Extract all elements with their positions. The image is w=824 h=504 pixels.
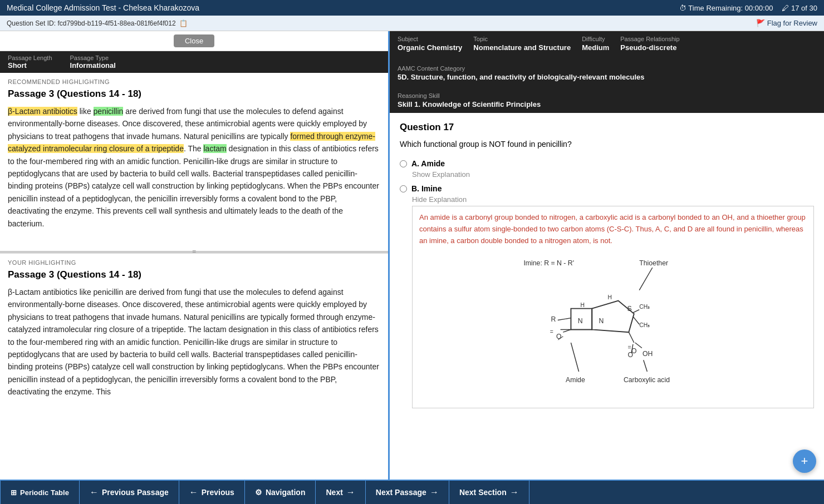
rec-highlight-label: Recommended Highlighting <box>8 78 380 85</box>
qset-id: Question Set ID: fcd799bd-b119-4f51-88ea… <box>7 19 188 27</box>
explanation-b-box: An amide is a carbonyl group bonded to n… <box>412 206 814 408</box>
svg-text:H: H <box>608 294 612 300</box>
svg-line-2 <box>639 268 653 290</box>
right-panel: Subject Organic Chemistry Topic Nomencla… <box>390 31 824 480</box>
svg-line-28 <box>571 343 578 372</box>
time-display: ⏱ Time Remaining: 00:00:00 <box>679 4 773 12</box>
svg-text:=: = <box>627 345 631 351</box>
question-number: Question 17 <box>400 122 814 133</box>
difficulty-label: Difficulty <box>582 36 609 42</box>
option-a: A. Amide Show Explanation <box>400 159 814 179</box>
svg-text:H: H <box>580 302 585 308</box>
passage-type-group: Passage Type Informational <box>70 55 116 70</box>
next-passage-button[interactable]: Next Passage → <box>366 481 449 504</box>
flag-icon: 🚩 <box>756 19 765 27</box>
flag-review[interactable]: 🚩 Flag for Review <box>756 19 817 27</box>
left-arrow-icon: ← <box>189 487 198 497</box>
svg-text:CH₃: CH₃ <box>639 322 650 328</box>
option-a-row[interactable]: A. Amide <box>400 159 814 168</box>
svg-text:N: N <box>599 318 604 325</box>
svg-text:Thioether: Thioether <box>639 260 668 268</box>
previous-button[interactable]: ← Previous <box>179 481 245 504</box>
your-highlight-label: Your Highlighting <box>8 259 380 266</box>
left-panel: Close Passage Length Short Passage Type … <box>0 31 390 480</box>
floating-action-button[interactable]: + <box>793 449 816 473</box>
svg-text:Carboxylic acid: Carboxylic acid <box>624 376 670 384</box>
option-b-radio[interactable] <box>400 185 407 192</box>
topic-col: Topic Nomenclature and Structure <box>473 36 571 52</box>
navigation-button[interactable]: ⚙ Navigation <box>245 481 316 504</box>
topic-label: Topic <box>473 36 571 42</box>
previous-passage-button[interactable]: ← Previous Passage <box>80 481 179 504</box>
passage-rel-label: Passage Relationship <box>620 36 679 42</box>
close-row: Close <box>0 31 388 51</box>
qset-bar: Question Set ID: fcd799bd-b119-4f51-88ea… <box>0 16 824 31</box>
right-arrow-icon: → <box>346 487 355 497</box>
passage-meta-bar: Passage Length Short Passage Type Inform… <box>0 51 388 73</box>
svg-line-12 <box>633 310 639 313</box>
passage-length-label: Passage Length <box>8 55 52 61</box>
difficulty-col: Difficulty Medium <box>582 36 609 52</box>
left-arrow-icon: ← <box>90 487 99 497</box>
table-icon: ⊞ <box>11 488 17 497</box>
svg-line-21 <box>629 333 634 343</box>
top-bar: Medical College Admission Test - Chelsea… <box>0 0 824 16</box>
rec-passage-text: β-Lactam antibiotics like penicillin are… <box>8 105 380 230</box>
top-bar-right: ⏱ Time Remaining: 00:00:00 🖊 17 of 30 <box>679 4 817 12</box>
svg-text:O: O <box>627 351 633 359</box>
svg-text:CH₃: CH₃ <box>639 304 650 310</box>
passage-type-value: Informational <box>70 61 116 70</box>
svg-text:Amide: Amide <box>566 376 585 384</box>
hide-explanation-b[interactable]: Hide Explanation <box>412 195 814 204</box>
your-passage-text: β-Lactam antibiotics like penicillin are… <box>8 286 380 398</box>
subject-col: Subject Organic Chemistry <box>398 36 462 52</box>
next-section-button[interactable]: Next Section → <box>449 481 529 504</box>
chemical-structure: Imine: R = N - R' Thioether N <box>419 246 807 402</box>
option-b: B. Imine Hide Explanation An amide is a … <box>400 184 814 411</box>
rec-passage-title: Passage 3 (Questions 14 - 18) <box>8 88 380 100</box>
next-button[interactable]: Next → <box>316 481 365 504</box>
aamc-value: 5D. Structure, function, and reactivity … <box>398 73 816 81</box>
question-content: Question 17 Which functional group is NO… <box>390 113 824 480</box>
svg-text:=: = <box>550 329 553 335</box>
aamc-label: AAMC Content Category <box>398 65 816 72</box>
svg-text:Imine: R = N - R': Imine: R = N - R' <box>523 260 574 268</box>
highlight-span: lactam <box>203 144 226 153</box>
passage-rel-value: Pseudo-discrete <box>620 43 679 52</box>
svg-text:N: N <box>578 318 583 325</box>
passage-length-group: Passage Length Short <box>8 55 52 70</box>
right-arrow-icon: → <box>430 487 439 497</box>
right-meta-bar: Subject Organic Chemistry Topic Nomencla… <box>390 31 824 113</box>
subject-value: Organic Chemistry <box>398 43 462 52</box>
option-b-label[interactable]: B. Imine <box>411 184 442 193</box>
reasoning-value: Skill 1. Knowledge of Scientific Princip… <box>398 100 816 108</box>
svg-line-30 <box>644 360 648 372</box>
subject-label: Subject <box>398 36 462 42</box>
highlight-span: β-Lactam antibiotics <box>8 107 77 116</box>
option-a-radio[interactable] <box>400 160 407 167</box>
highlight-span: formed through enzyme-catalyzed intramol… <box>8 132 375 153</box>
svg-line-15 <box>558 318 571 320</box>
difficulty-value: Medium <box>582 43 609 52</box>
recommended-highlight-section: Recommended Highlighting Passage 3 (Ques… <box>0 73 388 251</box>
show-explanation-a[interactable]: Show Explanation <box>412 170 814 179</box>
your-highlight-section: Your Highlighting Passage 3 (Questions 1… <box>0 253 388 480</box>
question-count: 🖊 17 of 30 <box>782 4 817 12</box>
right-arrow-icon: → <box>510 487 519 497</box>
topic-value: Nomenclature and Structure <box>473 43 571 52</box>
main-layout: Close Passage Length Short Passage Type … <box>0 31 824 480</box>
close-button[interactable]: Close <box>174 34 214 47</box>
gear-icon: ⚙ <box>255 488 262 497</box>
aamc-col: AAMC Content Category 5D. Structure, fun… <box>398 65 816 81</box>
your-passage-title: Passage 3 (Questions 14 - 18) <box>8 269 380 280</box>
svg-text:OH: OH <box>642 350 653 358</box>
highlight-span: penicillin <box>94 107 124 116</box>
periodic-table-button[interactable]: ⊞ Periodic Table <box>0 481 80 504</box>
reasoning-label: Reasoning Skill <box>398 92 816 99</box>
passage-rel-col: Passage Relationship Pseudo-discrete <box>620 36 679 52</box>
svg-text:R: R <box>551 316 556 324</box>
option-a-label[interactable]: A. Amide <box>411 159 445 168</box>
passage-type-label: Passage Type <box>70 55 116 61</box>
option-b-row[interactable]: B. Imine <box>400 184 814 193</box>
copy-icon[interactable]: 📋 <box>179 19 188 27</box>
